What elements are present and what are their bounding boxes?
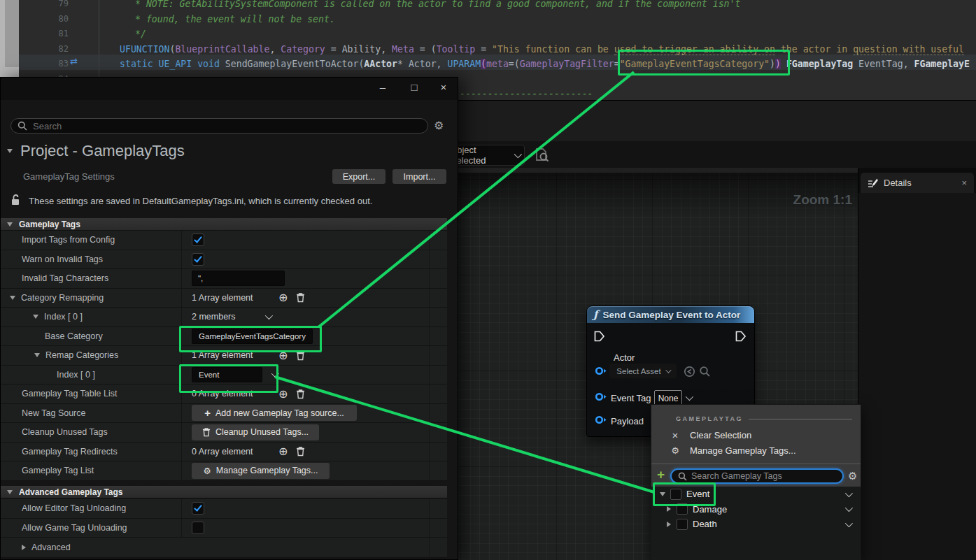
gameplaytag-section-header: GAMEPLAYTAG [676, 415, 852, 422]
gameplaytag-section-label: GAMEPLAYTAG [676, 415, 743, 422]
trash-icon[interactable] [296, 292, 305, 303]
expander-right-icon[interactable] [22, 545, 26, 550]
checkbox-checked[interactable] [192, 502, 204, 515]
checkbox-unchecked[interactable] [192, 522, 204, 534]
chevron-down-icon[interactable] [845, 489, 853, 496]
cleanup-tags-button[interactable]: Cleanup Unused Tags... [192, 424, 319, 440]
checkbox-checked[interactable] [192, 234, 204, 246]
code-line: static UE_API void SendGameplayEventToAc… [120, 57, 970, 72]
chevron-down-icon[interactable] [686, 393, 693, 401]
expander-down-icon[interactable] [10, 296, 15, 300]
maximize-button[interactable]: □ [406, 81, 422, 93]
members-count: 2 members [192, 312, 265, 322]
row-new-tag-source[interactable]: New Tag Source +Add new Gameplay Tag sou… [1, 404, 447, 424]
page-subtitle: GameplayTag Settings [23, 171, 115, 182]
expander-right-icon[interactable] [667, 522, 671, 527]
array-count: 1 Array element [192, 293, 278, 303]
clear-selection-item[interactable]: × Clear Selection [651, 428, 861, 443]
gear-icon[interactable]: ⚙ [434, 119, 444, 132]
gear-icon[interactable]: ⚙ [848, 470, 857, 482]
row-advanced[interactable]: Advanced [1, 538, 447, 558]
gear-icon: ⚙ [204, 466, 211, 476]
row-allow-game-unload[interactable]: Allow Game Tag Unloading [1, 519, 447, 538]
manage-tags-button[interactable]: ⚙ Manage Gameplay Tags... [192, 463, 330, 479]
tag-row-death[interactable]: Death [651, 517, 861, 531]
payload-pin[interactable] [595, 415, 607, 424]
row-index-0[interactable]: Index [ 0 ] 2 members [1, 308, 447, 327]
actor-pin-label: Actor [614, 352, 635, 363]
checkbox-checked[interactable] [192, 253, 204, 266]
code-line: ------------------------ [460, 87, 593, 102]
window-titlebar[interactable]: – □ × [1, 78, 458, 100]
chevron-down-icon[interactable] [845, 504, 853, 512]
add-tag-icon[interactable]: + [657, 467, 665, 482]
exec-out-pin[interactable] [735, 331, 747, 342]
row-category-remapping[interactable]: Category Remapping 1 Array element ⊕ [1, 289, 447, 308]
chevron-down-icon[interactable] [265, 312, 273, 320]
expander-right-icon[interactable] [667, 506, 671, 512]
chevron-down-icon [514, 150, 522, 158]
expander-down-icon[interactable] [33, 315, 38, 319]
tag-search-input[interactable]: Search Gameplay Tags [670, 468, 844, 484]
manage-gameplay-tags-item[interactable]: ⚙ Manage Gameplay Tags... [651, 443, 861, 458]
row-label: Base Category [45, 331, 103, 341]
use-selected-icon[interactable] [684, 366, 695, 378]
trash-icon [202, 427, 211, 437]
checked-out-note: These settings are saved in DefaultGamep… [29, 196, 372, 206]
line-number: 79 [42, 0, 69, 12]
row-tag-list[interactable]: Gameplay Tag List ⚙ Manage Gameplay Tags… [1, 461, 447, 481]
add-element-icon[interactable]: ⊕ [278, 445, 288, 458]
trash-icon[interactable] [296, 446, 305, 457]
manage-gameplay-tags-label: Manage Gameplay Tags... [690, 445, 796, 456]
search-icon [17, 121, 27, 131]
row-cleanup[interactable]: Cleanup Unused Tags Cleanup Unused Tags.… [1, 423, 447, 443]
close-icon: × [670, 429, 680, 441]
browse-asset-icon[interactable] [534, 147, 551, 162]
node-header[interactable]: ƒ Send Gameplay Event to Actor [587, 306, 754, 323]
import-button[interactable]: Import... [392, 169, 446, 184]
section-gameplay-tags[interactable]: Gameplay Tags [1, 218, 447, 231]
event-tag-pin[interactable] [595, 392, 607, 401]
select-asset-dropdown[interactable]: Select Asset [609, 364, 677, 378]
tab-details[interactable]: Details × [861, 173, 974, 193]
minimize-button[interactable]: – [375, 81, 390, 93]
exec-in-pin[interactable] [594, 331, 605, 342]
function-icon: ƒ [593, 308, 597, 321]
browse-icon[interactable] [699, 366, 711, 378]
collapse-icon [7, 490, 13, 494]
row-allow-editor-unload[interactable]: Allow Editor Tag Unloading [1, 499, 447, 519]
row-invalid-chars[interactable]: Invalid Tag Characters ", [1, 269, 447, 289]
expander-down-icon[interactable] [34, 353, 40, 357]
export-button[interactable]: Export... [332, 169, 386, 184]
invalid-chars-field[interactable]: ", [192, 271, 285, 286]
row-warn-invalid[interactable]: Warn on Invalid Tags [1, 250, 447, 270]
collapse-icon[interactable] [7, 149, 13, 153]
tag-search-placeholder: Search Gameplay Tags [691, 471, 782, 481]
row-label: New Tag Source [22, 408, 86, 418]
close-icon[interactable]: × [961, 178, 967, 188]
trash-icon[interactable] [296, 389, 305, 399]
gear-icon: ⚙ [670, 445, 680, 456]
swap-arrows-icon[interactable]: ⇄ [70, 56, 78, 66]
tag-checkbox[interactable] [677, 519, 688, 530]
search-icon [678, 472, 687, 481]
editor-scrollbar-thumb[interactable] [5, 0, 19, 67]
settings-search-input[interactable]: Search [10, 118, 428, 134]
object-selected-dropdown[interactable]: object selected [451, 145, 525, 166]
row-redirects[interactable]: Gameplay Tag Redirects 0 Array element ⊕ [1, 443, 447, 462]
row-label: Index [ 0 ] [44, 312, 83, 322]
row-label: Invalid Tag Characters [22, 273, 108, 283]
close-button[interactable]: × [436, 81, 451, 93]
code-line: * NOTE: GetAbilitySystemComponent is cal… [135, 0, 740, 12]
code-line: * found, the event will not be sent. [135, 12, 335, 27]
actor-pin[interactable] [595, 366, 607, 375]
row-label: Index [ 0 ] [57, 370, 95, 380]
section-advanced-gameplay-tags[interactable]: Advanced Gameplay Tags [1, 486, 447, 498]
add-tag-source-button[interactable]: +Add new Gameplay Tag source... [192, 405, 357, 421]
add-element-icon[interactable]: ⊕ [278, 291, 288, 304]
button-label: Add new Gameplay Tag source... [215, 408, 344, 418]
plus-icon: + [204, 407, 211, 419]
row-import-tags[interactable]: Import Tags from Config [1, 231, 447, 250]
add-element-icon[interactable]: ⊕ [278, 387, 288, 401]
chevron-down-icon[interactable] [845, 519, 853, 526]
